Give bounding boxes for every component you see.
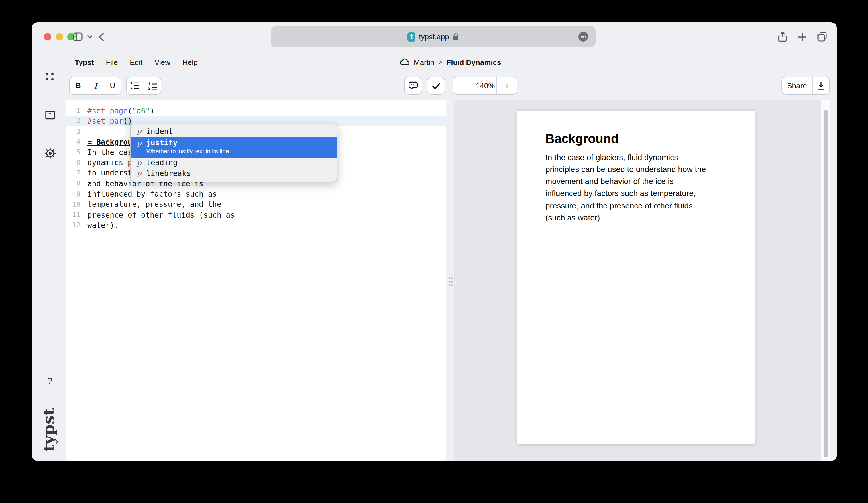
breadcrumb-document-title[interactable]: Fluid Dynamics xyxy=(446,58,501,66)
matched-brackets: () xyxy=(123,117,132,125)
code-line[interactable]: 11presence of other fluids (such as xyxy=(65,210,446,220)
param-prefix: p xyxy=(137,139,142,147)
completion-item-leading[interactable]: p leading xyxy=(130,157,337,168)
line-number: 6 xyxy=(65,159,84,167)
chevron-down-icon[interactable] xyxy=(87,35,92,39)
breadcrumb-separator: > xyxy=(438,58,442,66)
menu-file[interactable]: File xyxy=(106,58,118,66)
zoom-group: − 140% + xyxy=(453,77,517,95)
sidebar-toggle-icon[interactable] xyxy=(73,32,83,41)
scrollbar-thumb[interactable] xyxy=(823,110,828,458)
comment-button[interactable] xyxy=(404,77,422,95)
completion-item-indent[interactable]: p indent xyxy=(130,126,337,136)
code-editor[interactable]: 1#set page("a6") 2#set par() 3 4= Backgr… xyxy=(65,100,446,461)
typst-favicon: t xyxy=(407,32,415,41)
zoom-out-button[interactable]: − xyxy=(453,77,474,94)
code-line[interactable]: 10temperature, pressure, and the xyxy=(65,199,446,210)
settings-gear-icon[interactable] xyxy=(43,146,57,160)
autocomplete-popup: p indent p justify Whether to justify te… xyxy=(130,124,337,182)
url-text: typst.app xyxy=(419,32,449,41)
italic-button[interactable]: I xyxy=(87,77,104,94)
download-icon xyxy=(817,82,825,90)
back-button[interactable] xyxy=(99,32,104,41)
screen: t typst.app Typst File Edit View Help xyxy=(0,0,868,503)
param-prefix: p xyxy=(137,127,142,135)
code-line[interactable]: 12water). xyxy=(65,220,446,231)
menu-edit[interactable]: Edit xyxy=(130,58,143,66)
page-settings-button[interactable] xyxy=(578,32,588,42)
line-number: 10 xyxy=(65,200,84,209)
line-number: 2 xyxy=(65,117,84,125)
tab-overview-icon[interactable] xyxy=(817,32,827,42)
underline-button[interactable]: U xyxy=(104,77,121,94)
svg-text:2: 2 xyxy=(148,86,150,90)
preview-right-margin xyxy=(830,100,837,461)
typst-logo: typst xyxy=(37,407,62,452)
apps-grid-icon[interactable] xyxy=(43,70,57,84)
files-panel-icon[interactable] xyxy=(43,108,57,122)
bullet-list-button[interactable] xyxy=(126,77,144,94)
param-prefix: p xyxy=(137,159,142,167)
line-number: 5 xyxy=(65,148,84,156)
rendered-page: Background In the case of glaciers, flui… xyxy=(517,110,755,444)
line-number: 9 xyxy=(65,190,84,198)
preview-pane: Background In the case of glaciers, flui… xyxy=(454,100,837,461)
line-number: 11 xyxy=(65,211,84,219)
share-button[interactable]: Share xyxy=(782,77,812,94)
pane-resize-divider[interactable] xyxy=(446,100,454,461)
line-number: 8 xyxy=(65,179,84,187)
line-number: 4 xyxy=(65,138,84,146)
text-style-group: B I U xyxy=(69,77,121,95)
line-number: 3 xyxy=(65,127,84,135)
line-number: 1 xyxy=(65,106,84,115)
compile-status-button[interactable] xyxy=(427,77,445,95)
preview-scrollbar[interactable] xyxy=(821,100,830,461)
menu-typst[interactable]: Typst xyxy=(75,58,94,66)
code-line[interactable]: 1#set page("a6") xyxy=(65,105,446,116)
browser-window: t typst.app Typst File Edit View Help xyxy=(32,22,837,461)
numbered-list-button[interactable]: 12 xyxy=(144,77,161,94)
checkmark-icon xyxy=(432,82,440,89)
bold-button[interactable]: B xyxy=(70,77,87,94)
help-button[interactable]: ? xyxy=(43,374,57,388)
close-window-button[interactable] xyxy=(44,33,51,40)
download-button[interactable] xyxy=(812,77,829,94)
cloud-icon xyxy=(400,59,410,65)
completion-description: Whether to justify text in its line. xyxy=(146,148,337,154)
comment-bubble-icon xyxy=(409,82,418,90)
app-menubar: Typst File Edit View Help xyxy=(75,55,198,69)
breadcrumb: Martin > Fluid Dynamics xyxy=(400,55,501,69)
code-line[interactable]: 9influenced by factors such as xyxy=(65,189,446,199)
drag-handle-icon[interactable] xyxy=(448,277,453,286)
svg-text:1: 1 xyxy=(148,82,150,86)
zoom-level[interactable]: 140% xyxy=(474,77,496,94)
preview-paragraph: In the case of glaciers, fluid dynamics … xyxy=(545,151,736,224)
minimize-window-button[interactable] xyxy=(56,33,63,40)
menu-view[interactable]: View xyxy=(154,58,170,66)
line-number: 12 xyxy=(65,221,84,229)
completion-item-linebreaks[interactable]: p linebreaks xyxy=(130,168,337,179)
address-bar[interactable]: t typst.app xyxy=(271,26,596,47)
titlebar-divider xyxy=(85,32,85,42)
breadcrumb-workspace[interactable]: Martin xyxy=(414,58,434,66)
lock-icon xyxy=(453,33,459,41)
new-tab-icon[interactable] xyxy=(798,32,807,42)
param-prefix: p xyxy=(137,169,142,177)
preview-heading: Background xyxy=(545,131,619,147)
share-group: Share xyxy=(781,77,830,95)
zoom-in-button[interactable]: + xyxy=(496,77,517,94)
completion-item-justify-selected[interactable]: p justify Whether to justify text in its… xyxy=(130,136,337,157)
menu-help[interactable]: Help xyxy=(182,58,198,66)
share-page-icon[interactable] xyxy=(778,31,787,42)
line-number: 7 xyxy=(65,169,84,177)
list-group: 12 xyxy=(126,77,161,95)
